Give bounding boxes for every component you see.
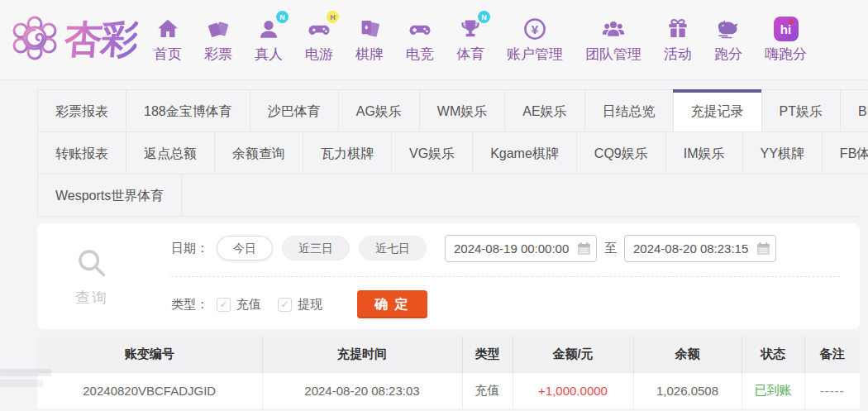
deposit-checkbox[interactable]	[217, 298, 231, 312]
nav-item-slots[interactable]: H 电游	[305, 16, 333, 64]
col-header-status: 状态	[742, 337, 804, 372]
flower-emblem-icon	[8, 12, 61, 68]
nav-item-live[interactable]: N 真人	[255, 16, 283, 64]
preset-today-button[interactable]: 今日	[217, 236, 273, 260]
tab-saba-sport[interactable]: 沙巴体育	[250, 89, 339, 132]
query-section-label: 查询	[37, 223, 146, 329]
cell-status: 已到账	[742, 372, 804, 409]
cell-remark: -----	[804, 372, 860, 409]
nav-item-home[interactable]: 首页	[154, 16, 182, 64]
new-badge: N	[276, 11, 289, 23]
report-tabs: 彩票报表 188金宝博体育 沙巴体育 AG娱乐 WM娱乐 AE娱乐 日结总览 充…	[37, 89, 860, 217]
tab-pt[interactable]: PT娱乐	[761, 89, 841, 132]
slots-gamepad-icon: H	[306, 16, 332, 42]
cell-balance: 1,026.0508	[633, 372, 742, 409]
account-coin-icon: ¥	[522, 16, 548, 42]
live-person-icon: N	[255, 16, 282, 42]
col-header-amount: 金额/元	[513, 337, 633, 372]
cell-type: 充值	[462, 372, 513, 409]
nav-item-promo[interactable]: 活动	[664, 16, 692, 64]
type-row: 类型： 充值 提现 确 定	[171, 290, 840, 318]
cell-amount: +1,000.0000	[513, 372, 633, 409]
date-from-wrap	[445, 235, 597, 262]
tab-rebate-total[interactable]: 返点总额	[126, 131, 215, 174]
tab-deposit-withdraw-records[interactable]: 充提记录	[673, 89, 762, 132]
col-header-remark: 备注	[804, 337, 860, 372]
svg-text:¥: ¥	[532, 22, 539, 36]
tabs-row-2: 转账报表 返点总额 余额查询 瓦力棋牌 VG娱乐 Kgame棋牌 CQ9娱乐 I…	[37, 131, 860, 174]
tab-188-sport[interactable]: 188金宝博体育	[126, 89, 250, 132]
nav-item-account[interactable]: ¥ 账户管理	[507, 16, 563, 64]
gift-icon	[665, 16, 691, 42]
nav-item-esports[interactable]: 电竞	[406, 16, 434, 64]
deposit-checkbox-label: 充值	[236, 297, 261, 313]
esports-gamepad-icon	[407, 16, 433, 42]
tab-wm[interactable]: WM娱乐	[419, 89, 505, 132]
tabs-row-3: Wesports世界体育	[37, 174, 860, 217]
records-table: 账变编号 充提时间 类型 金额/元 余额 状态 备注 20240820VBCFA…	[37, 337, 860, 409]
to-label: 至	[604, 241, 617, 256]
tab-wali-cards[interactable]: 瓦力棋牌	[303, 131, 392, 174]
query-form: 日期： 今日 近三日 近七日 至	[146, 223, 860, 329]
preset-3days-button[interactable]: 近三日	[282, 236, 350, 260]
date-row: 日期： 今日 近三日 近七日 至	[171, 234, 840, 262]
divider	[171, 276, 840, 277]
main-nav: 首页 彩票 N 真人	[154, 16, 807, 64]
date-to-input[interactable]	[624, 235, 776, 262]
tab-yy-cards[interactable]: YY棋牌	[742, 131, 823, 174]
table-row: 20240820VBCFADJGID 2024-08-20 08:23:03 充…	[37, 372, 860, 409]
tab-ag[interactable]: AG娱乐	[338, 89, 420, 132]
tab-cq9[interactable]: CQ9娱乐	[576, 131, 666, 174]
col-header-balance: 余额	[633, 337, 742, 372]
nav-item-paofen[interactable]: 跑分	[714, 16, 742, 64]
top-header: 杏彩 首页 彩票 N	[0, 0, 868, 79]
tab-im-entertainment[interactable]: IM娱乐	[665, 131, 743, 174]
tab-bbin[interactable]: BBIN	[840, 89, 868, 132]
trophy-icon: N	[457, 16, 484, 42]
team-icon	[600, 16, 627, 42]
type-label: 类型：	[171, 297, 208, 313]
brand-name: 杏彩	[63, 14, 139, 65]
brand-logo[interactable]: 杏彩	[8, 12, 137, 68]
date-label: 日期：	[171, 241, 208, 256]
search-icon	[74, 246, 109, 284]
tab-ae[interactable]: AE娱乐	[504, 89, 584, 132]
date-from-input[interactable]	[445, 235, 597, 262]
nav-item-team[interactable]: 团队管理	[585, 16, 641, 64]
new-badge: N	[478, 11, 490, 23]
withdraw-checkbox[interactable]	[278, 298, 292, 312]
forum-watermark	[0, 369, 51, 390]
col-header-type: 类型	[462, 337, 513, 372]
date-to-wrap	[624, 235, 776, 262]
tab-daily-summary[interactable]: 日结总览	[584, 89, 674, 132]
hi-run-icon: hi	[773, 16, 799, 42]
nav-item-lottery[interactable]: 彩票	[204, 16, 232, 64]
rhino-run-icon	[715, 16, 742, 42]
tab-wesports[interactable]: Wesports世界体育	[37, 174, 182, 217]
table-header-row: 账变编号 充提时间 类型 金额/元 余额 状态 备注	[37, 337, 860, 372]
tab-kgame[interactable]: Kgame棋牌	[472, 131, 577, 174]
red-dot	[789, 20, 794, 24]
tab-fb-sport[interactable]: FB体育	[822, 131, 868, 174]
tab-balance-query[interactable]: 余额查询	[214, 131, 303, 174]
tab-transfer-report[interactable]: 转账报表	[37, 131, 126, 174]
nav-item-hipaofen[interactable]: hi 嗨跑分	[765, 16, 807, 64]
calendar-icon[interactable]	[756, 241, 770, 256]
nav-item-cards[interactable]: 棋牌	[355, 16, 384, 64]
hot-badge: H	[327, 11, 339, 23]
tickets-icon	[205, 16, 231, 42]
nav-item-sports[interactable]: N 体育	[456, 16, 484, 64]
tabs-row-1: 彩票报表 188金宝博体育 沙巴体育 AG娱乐 WM娱乐 AE娱乐 日结总览 充…	[37, 89, 860, 132]
withdraw-checkbox-label: 提现	[298, 297, 322, 313]
home-icon	[155, 16, 181, 42]
tab-lottery-report[interactable]: 彩票报表	[37, 89, 126, 132]
cell-change-id: 20240820VBCFADJGID	[37, 372, 262, 409]
col-header-time: 充提时间	[262, 337, 462, 372]
col-header-change-id: 账变编号	[37, 337, 262, 372]
calendar-icon[interactable]	[577, 241, 591, 256]
tab-vg[interactable]: VG娱乐	[391, 131, 473, 174]
preset-7days-button[interactable]: 近七日	[359, 236, 427, 260]
tabs-filler	[181, 174, 860, 217]
query-panel: 查询 日期： 今日 近三日 近七日 至	[37, 223, 860, 329]
confirm-button[interactable]: 确 定	[357, 290, 427, 318]
